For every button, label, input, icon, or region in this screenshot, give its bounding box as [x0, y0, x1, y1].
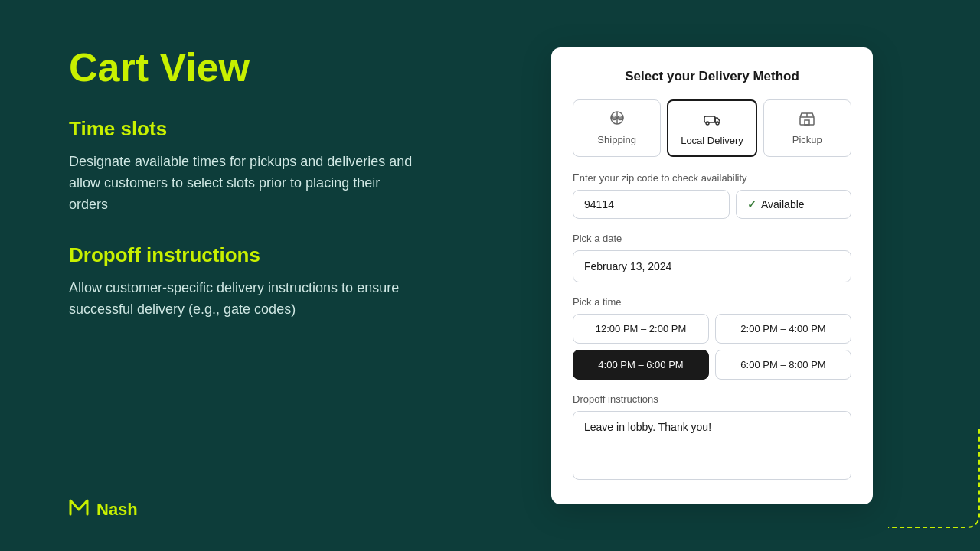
- dropoff-label: Dropoff instructions: [573, 393, 851, 405]
- method-local-delivery[interactable]: Local Delivery: [667, 99, 756, 157]
- delivery-methods: Shipping Local Delivery: [573, 99, 851, 157]
- dropoff-instructions-heading: Dropoff instructions: [69, 243, 413, 267]
- shipping-icon: [608, 109, 626, 129]
- delivery-card: Select your Delivery Method Shipping: [551, 47, 873, 504]
- left-panel: Cart View Time slots Designate available…: [0, 0, 459, 551]
- zip-input[interactable]: [573, 190, 730, 219]
- svg-rect-7: [805, 120, 809, 125]
- brand-logo: Nash: [69, 499, 413, 520]
- time-slots-heading: Time slots: [69, 117, 413, 141]
- svg-point-5: [716, 122, 719, 125]
- time-grid: 12:00 PM – 2:00 PM 2:00 PM – 4:00 PM 4:0…: [573, 314, 851, 380]
- method-local-delivery-label: Local Delivery: [681, 135, 743, 146]
- check-icon: ✓: [747, 198, 756, 210]
- local-delivery-icon: [702, 110, 722, 130]
- time-slot-0[interactable]: 12:00 PM – 2:00 PM: [573, 314, 709, 344]
- svg-rect-3: [704, 116, 715, 122]
- method-shipping-label: Shipping: [597, 134, 636, 145]
- available-badge: ✓ Available: [736, 190, 851, 219]
- brand-icon: [69, 499, 89, 520]
- date-input[interactable]: [573, 250, 851, 282]
- zip-label: Enter your zip code to check availabilit…: [573, 172, 851, 184]
- time-slots-description: Designate available times for pickups an…: [69, 152, 413, 216]
- dashed-corner-decoration: [888, 429, 980, 528]
- date-label: Pick a date: [573, 233, 851, 244]
- pickup-icon: [798, 109, 816, 129]
- brand-name: Nash: [96, 500, 138, 520]
- svg-point-4: [706, 122, 709, 125]
- right-panel: Select your Delivery Method Shipping: [459, 0, 980, 551]
- time-label: Pick a time: [573, 296, 851, 308]
- dropoff-textarea[interactable]: Leave in lobby. Thank you!: [573, 411, 851, 480]
- page-title: Cart View: [69, 46, 413, 90]
- available-label: Available: [761, 198, 805, 210]
- svg-rect-6: [800, 117, 814, 125]
- time-slot-1[interactable]: 2:00 PM – 4:00 PM: [715, 314, 851, 344]
- method-pickup[interactable]: Pickup: [763, 99, 851, 157]
- method-pickup-label: Pickup: [792, 134, 822, 145]
- method-shipping[interactable]: Shipping: [573, 99, 661, 157]
- card-title: Select your Delivery Method: [573, 69, 851, 84]
- zip-row: ✓ Available: [573, 190, 851, 219]
- time-slot-2[interactable]: 4:00 PM – 6:00 PM: [573, 350, 709, 380]
- time-slot-3[interactable]: 6:00 PM – 8:00 PM: [715, 350, 851, 380]
- dropoff-instructions-description: Allow customer-specific delivery instruc…: [69, 278, 413, 321]
